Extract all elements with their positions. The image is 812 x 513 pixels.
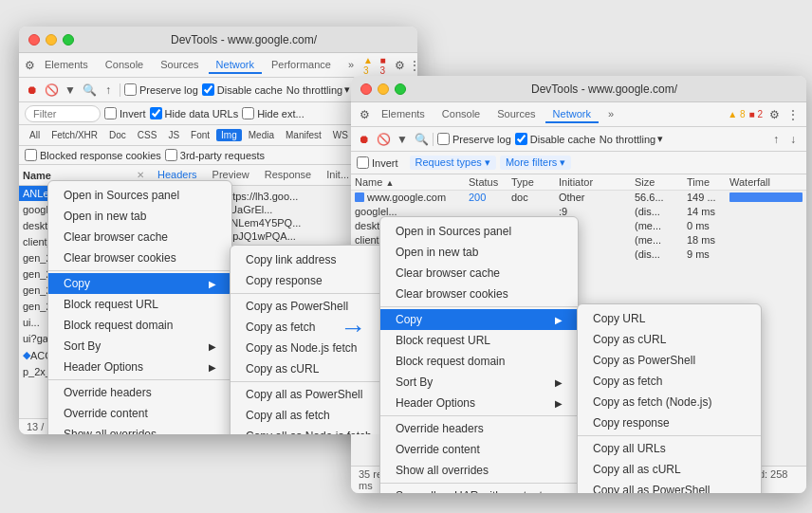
more-icon-2[interactable]: ⋮: [785, 107, 801, 122]
tab-more-1[interactable]: »: [341, 57, 361, 74]
invert-cb-2[interactable]: [357, 156, 369, 169]
upload-icon-2[interactable]: ↑: [768, 132, 784, 147]
preserve-log-label-2[interactable]: Preserve log: [437, 133, 511, 145]
invert-label-1[interactable]: Invert: [104, 107, 146, 119]
hide-ext-label-1[interactable]: Hide ext...: [242, 107, 304, 119]
preserve-log-cb-1[interactable]: [124, 83, 137, 96]
menu-item-show-overrides-2[interactable]: Show all overrides: [380, 460, 578, 481]
search-icon-2[interactable]: 🔍: [414, 132, 429, 147]
blocked-cb-label-1[interactable]: Blocked response cookies: [25, 149, 161, 161]
type-fetch-1[interactable]: Fetch/XHR: [46, 129, 102, 141]
copy-url-2[interactable]: Copy URL: [578, 308, 761, 329]
menu-item-clear-cache-2[interactable]: Clear browser cache: [380, 263, 578, 284]
tab-network-2[interactable]: Network: [545, 106, 599, 123]
type-ws-1[interactable]: WS: [328, 129, 353, 141]
menu-item-open-sources-1[interactable]: Open in Sources panel: [48, 185, 231, 206]
invert-label-2[interactable]: Invert: [357, 156, 398, 169]
more-filters-btn-2[interactable]: More filters ▾: [500, 156, 571, 170]
type-js-1[interactable]: JS: [163, 129, 184, 141]
menu-item-override-headers-2[interactable]: Override headers: [380, 418, 578, 439]
copy-all-curl-2[interactable]: Copy all as cURL: [578, 459, 761, 480]
menu-item-sort-1[interactable]: Sort By ▶: [48, 336, 231, 357]
close-button-2[interactable]: [360, 83, 372, 95]
menu-item-copy-1[interactable]: Copy ▶: [48, 273, 231, 294]
menu-item-header-opts-2[interactable]: Header Options ▶: [380, 393, 578, 413]
close-button-1[interactable]: [28, 34, 40, 46]
hide-data-urls-label-1[interactable]: Hide data URLs: [150, 107, 239, 119]
type-doc-1[interactable]: Doc: [104, 129, 131, 141]
col-status-header-2[interactable]: Status: [469, 176, 511, 188]
tab-more-2[interactable]: »: [600, 106, 621, 123]
preserve-log-cb-2[interactable]: [437, 133, 450, 145]
record-btn-1[interactable]: ⏺: [25, 82, 40, 98]
invert-cb-1[interactable]: [104, 107, 117, 119]
type-media-1[interactable]: Media: [244, 129, 279, 141]
third-party-cb-1[interactable]: [165, 149, 177, 161]
menu-item-sort-2[interactable]: Sort By ▶: [380, 372, 578, 393]
menu-item-save-har-2[interactable]: Save all as HAR with content: [380, 486, 578, 493]
blocked-cb-1[interactable]: [25, 149, 37, 161]
download-icon-2[interactable]: ↓: [785, 132, 801, 147]
filter-icon-2[interactable]: ▼: [395, 132, 410, 147]
disable-cache-cb-1[interactable]: [202, 83, 214, 96]
maximize-button-1[interactable]: [63, 34, 74, 46]
menu-item-copy-2[interactable]: Copy ▶: [380, 309, 578, 330]
menu-item-block-domain-1[interactable]: Block request domain: [48, 315, 231, 336]
menu-item-open-sources-2[interactable]: Open in Sources panel: [380, 221, 578, 242]
hide-data-urls-cb-1[interactable]: [150, 107, 162, 119]
menu-item-open-tab-1[interactable]: Open in new tab: [48, 206, 231, 227]
menu-item-block-domain-2[interactable]: Block request domain: [380, 351, 578, 372]
devtools-icon-2[interactable]: ⚙: [357, 107, 372, 122]
clear-btn-1[interactable]: 🚫: [44, 82, 59, 98]
copy-nodejs-2[interactable]: Copy as fetch (Node.js): [578, 392, 761, 412]
search-icon-1[interactable]: 🔍: [82, 82, 97, 98]
filter-icon-1[interactable]: ▼: [63, 82, 78, 98]
copy-fetch-2[interactable]: Copy as fetch: [578, 371, 761, 392]
col-time-header-2[interactable]: Time: [687, 176, 729, 188]
tab-sources-1[interactable]: Sources: [153, 57, 206, 74]
copy-all-urls-2[interactable]: Copy all URLs: [578, 438, 761, 459]
col-initiator-header-2[interactable]: Initiator: [559, 176, 635, 188]
tab-elements-2[interactable]: Elements: [374, 106, 433, 123]
menu-item-block-url-2[interactable]: Block request URL: [380, 330, 578, 351]
settings-icon-2[interactable]: ⚙: [766, 107, 782, 122]
type-manifest-1[interactable]: Manifest: [281, 129, 326, 141]
copy-response-2[interactable]: Copy response: [578, 412, 761, 433]
menu-item-clear-cookies-1[interactable]: Clear browser cookies: [48, 247, 231, 268]
menu-item-override-headers-1[interactable]: Override headers: [48, 382, 231, 403]
tab-network-1[interactable]: Network: [209, 57, 262, 74]
copy-ps-2[interactable]: Copy as PowerShell: [578, 350, 761, 371]
tab-sources-2[interactable]: Sources: [489, 106, 543, 123]
hide-ext-cb-1[interactable]: [242, 107, 254, 119]
menu-item-header-opts-1[interactable]: Header Options ▶: [48, 357, 231, 377]
disable-cache-label-2[interactable]: Disable cache: [515, 133, 596, 145]
menu-item-override-content-1[interactable]: Override content: [48, 403, 231, 424]
import-icon-1[interactable]: ↑: [101, 82, 116, 98]
throttling-select-2[interactable]: No throttling ▾: [600, 133, 663, 145]
menu-item-block-url-1[interactable]: Block request URL: [48, 294, 231, 315]
clear-btn-2[interactable]: 🚫: [376, 132, 391, 147]
tab-response-1[interactable]: Response: [257, 167, 320, 184]
devtools-icon-1[interactable]: ⚙: [25, 58, 35, 73]
menu-item-override-content-2[interactable]: Override content: [380, 439, 578, 460]
type-font-1[interactable]: Font: [186, 129, 214, 141]
menu-item-clear-cookies-2[interactable]: Clear browser cookies: [380, 284, 578, 304]
throttling-select-1[interactable]: No throttling ▾: [286, 83, 350, 96]
tab-console-2[interactable]: Console: [434, 106, 488, 123]
copy-curl-2[interactable]: Copy as cURL: [578, 329, 761, 350]
maximize-button-2[interactable]: [395, 83, 406, 95]
table-row-2-1[interactable]: www.google.com 200 doc Other 56.6... 149…: [351, 191, 806, 205]
tab-console-1[interactable]: Console: [98, 57, 151, 74]
close-panel-btn-1[interactable]: ✕: [137, 170, 150, 180]
filter-input-1[interactable]: [25, 105, 101, 122]
type-css-1[interactable]: CSS: [133, 129, 162, 141]
menu-item-open-tab-2[interactable]: Open in new tab: [380, 242, 578, 263]
copy-all-ps-2[interactable]: Copy all as PowerShell: [578, 480, 761, 493]
col-size-header-2[interactable]: Size: [635, 176, 687, 188]
record-btn-2[interactable]: ⏺: [357, 132, 372, 147]
tab-elements-1[interactable]: Elements: [37, 57, 96, 74]
request-types-btn-2[interactable]: Request types ▾: [410, 156, 496, 170]
col-type-header-2[interactable]: Type: [511, 176, 559, 188]
col-name-header-2[interactable]: Name ▲: [355, 176, 469, 188]
menu-item-clear-cache-1[interactable]: Clear browser cache: [48, 227, 231, 247]
